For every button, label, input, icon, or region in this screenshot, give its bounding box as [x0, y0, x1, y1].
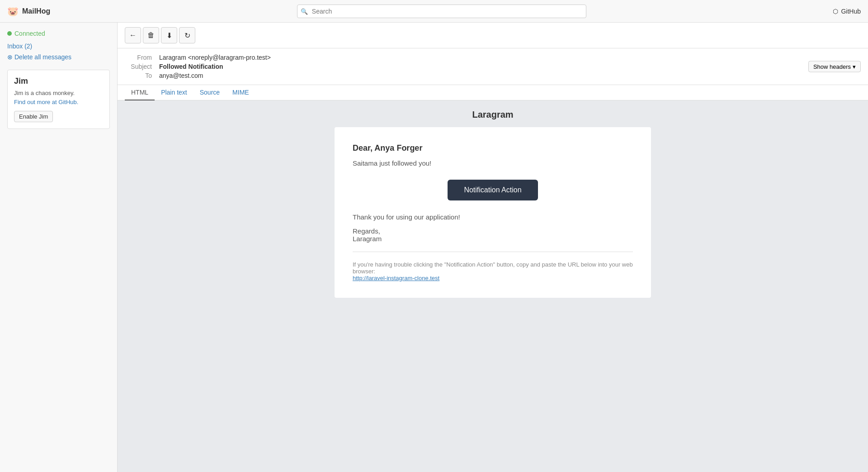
- delete-button[interactable]: 🗑: [143, 27, 159, 43]
- email-tabs: HTML Plain text Source MIME: [118, 85, 868, 100]
- back-button[interactable]: ←: [125, 27, 141, 43]
- navbar: 🐷 MailHog 🔍 ⬡ GitHub: [0, 0, 868, 23]
- search-area: 🔍: [297, 5, 586, 18]
- notification-action-button[interactable]: Notification Action: [448, 180, 538, 200]
- github-icon: ⬡: [833, 8, 838, 15]
- chevron-down-icon: ▾: [853, 63, 856, 70]
- tab-source[interactable]: Source: [193, 85, 226, 100]
- email-main: ← 🗑 ⬇ ↻ From Laragram <noreply@laragram-…: [118, 23, 868, 472]
- tab-mime[interactable]: MIME: [226, 85, 255, 100]
- download-icon: ⬇: [166, 31, 172, 40]
- tab-plain-text[interactable]: Plain text: [155, 85, 193, 100]
- github-label: GitHub: [841, 8, 861, 15]
- jim-card: Jim Jim is a chaos monkey. Find out more…: [7, 70, 110, 129]
- connection-status: Connected: [7, 30, 110, 37]
- email-regards-line2: Laragram: [353, 235, 633, 243]
- from-row: From Laragram <noreply@laragram-pro.test…: [125, 53, 274, 62]
- enable-jim-button[interactable]: Enable Jim: [14, 111, 53, 122]
- email-regards-line1: Regards,: [353, 227, 633, 235]
- back-icon: ←: [129, 31, 137, 39]
- delete-all-link[interactable]: ⊗ Delete all messages: [7, 53, 110, 61]
- email-greeting: Dear, Anya Forger: [353, 143, 633, 153]
- trash-icon: 🗑: [147, 31, 155, 39]
- footer-text: If you're having trouble clicking the "N…: [353, 261, 633, 275]
- inbox-link[interactable]: Inbox (2): [7, 43, 110, 50]
- from-label: From: [125, 53, 156, 62]
- to-value: anya@test.com: [156, 71, 274, 80]
- subject-value: Followed Notification: [156, 62, 274, 71]
- main-layout: Connected Inbox (2) ⊗ Delete all message…: [0, 23, 868, 472]
- to-row: To anya@test.com: [125, 71, 274, 80]
- to-label: To: [125, 71, 156, 80]
- github-link[interactable]: ⬡ GitHub: [833, 8, 861, 15]
- email-thank-you: Thank you for using our application!: [353, 213, 633, 221]
- refresh-button[interactable]: ↻: [179, 27, 195, 43]
- app-brand: 🐷 MailHog: [7, 6, 50, 17]
- from-value: Laragram <noreply@laragram-pro.test>: [156, 53, 274, 62]
- jim-title: Jim: [14, 76, 103, 86]
- download-button[interactable]: ⬇: [161, 27, 177, 43]
- email-toolbar: ← 🗑 ⬇ ↻: [118, 23, 868, 48]
- email-card: Dear, Anya Forger Saitama just followed …: [335, 127, 651, 298]
- show-headers-button[interactable]: Show headers ▾: [808, 61, 861, 72]
- footer-link[interactable]: http://laravel-instagram-clone.test: [353, 275, 439, 281]
- app-title: MailHog: [22, 7, 50, 15]
- circle-x-icon: ⊗: [7, 53, 13, 61]
- email-footer: If you're having trouble clicking the "N…: [353, 261, 633, 281]
- email-meta: From Laragram <noreply@laragram-pro.test…: [118, 48, 868, 85]
- email-body-text: Saitama just followed you!: [353, 159, 633, 167]
- refresh-icon: ↻: [184, 31, 190, 40]
- delete-all-label: Delete all messages: [14, 53, 71, 61]
- show-headers-label: Show headers: [813, 63, 851, 70]
- pig-icon: 🐷: [7, 6, 19, 17]
- connected-dot: [7, 31, 12, 36]
- connected-label: Connected: [14, 30, 45, 37]
- subject-label: Subject: [125, 62, 156, 71]
- search-icon: 🔍: [301, 8, 308, 14]
- email-body-area[interactable]: Laragram Dear, Anya Forger Saitama just …: [118, 100, 868, 472]
- tab-html[interactable]: HTML: [125, 85, 155, 100]
- subject-row: Subject Followed Notification: [125, 62, 274, 71]
- jim-github-link[interactable]: Find out more at GitHub.: [14, 99, 78, 105]
- search-input[interactable]: [297, 5, 586, 18]
- email-divider: [353, 252, 633, 252]
- email-preview: Laragram Dear, Anya Forger Saitama just …: [335, 110, 651, 298]
- email-app-name: Laragram: [335, 110, 651, 120]
- sidebar: Connected Inbox (2) ⊗ Delete all message…: [0, 23, 118, 472]
- jim-description: Jim is a chaos monkey.: [14, 90, 103, 96]
